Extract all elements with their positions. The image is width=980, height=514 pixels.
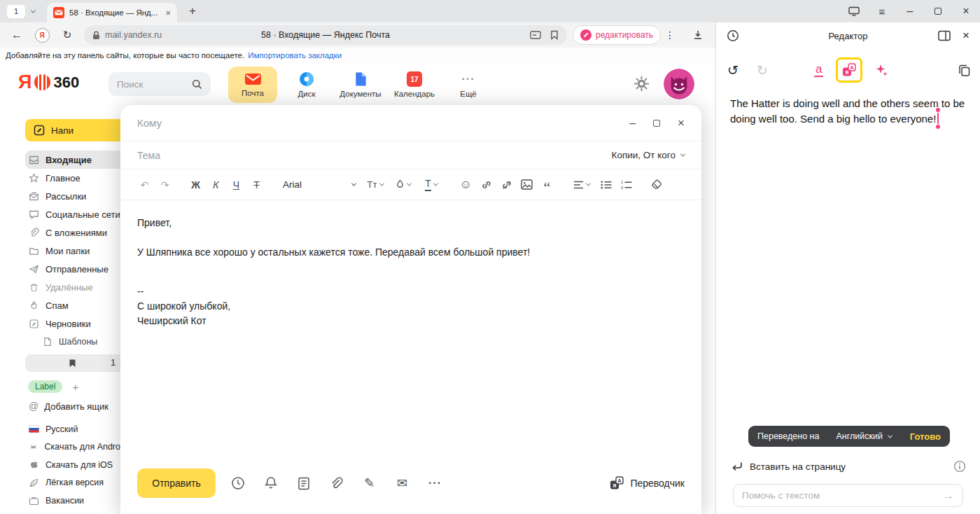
subject-field[interactable]: Тема Копии, От кого — [120, 141, 701, 169]
bold-button[interactable]: Ж — [186, 174, 206, 195]
insert-on-page-button[interactable]: Вставить на страницу — [732, 458, 966, 475]
reminder-button[interactable] — [254, 476, 287, 490]
sidebar-item-inbox[interactable]: Входящие — [25, 151, 120, 169]
clear-format-button[interactable] — [647, 174, 667, 195]
language-select[interactable]: Английский — [836, 431, 891, 441]
label-tag[interactable]: Label — [28, 380, 62, 393]
undo-button[interactable]: ↶ — [134, 174, 155, 195]
lock-icon[interactable] — [92, 31, 100, 40]
import-bookmarks-link[interactable]: Импортировать закладки — [248, 51, 342, 60]
ios-download-link[interactable]: Скачать для iOS — [25, 456, 120, 474]
checklist-button[interactable] — [287, 477, 320, 490]
android-download-link[interactable]: Скачать для Andro — [25, 438, 120, 457]
emoji-button[interactable]: ☺ — [456, 174, 476, 195]
user-avatar[interactable] — [664, 69, 694, 99]
spelling-button[interactable]: a — [814, 63, 823, 77]
settings-gear-icon[interactable] — [634, 76, 650, 92]
more-options-button[interactable]: ··· — [419, 477, 451, 489]
send-button[interactable]: Отправить — [137, 468, 216, 498]
editor-extension-button[interactable]: редактировать — [573, 25, 661, 45]
service-calendar[interactable]: 17 Календарь — [390, 67, 439, 103]
browser-menu-icon[interactable]: ≡ — [868, 0, 896, 22]
text-color-button[interactable]: Т — [417, 178, 445, 190]
sidebar-item-my-folders[interactable]: Мои папки — [25, 242, 120, 260]
sidebar-item-sent[interactable]: Отправленные — [25, 260, 120, 278]
signature-button[interactable]: ✎ — [353, 477, 386, 489]
search-input[interactable] — [117, 79, 192, 90]
prompt-input-box[interactable]: → — [733, 484, 963, 507]
sidebar-item-social[interactable]: Социальные сети — [25, 205, 120, 223]
cc-from-toggle[interactable]: Копии, От кого — [612, 150, 685, 160]
done-button[interactable]: Готово — [910, 431, 941, 442]
bookmark-flag-icon[interactable] — [550, 30, 559, 40]
panel-redo-button[interactable]: ↻ — [757, 62, 768, 78]
back-button[interactable]: ← — [6, 22, 28, 48]
schedule-send-button[interactable] — [221, 476, 254, 490]
sidebar-item-templates[interactable]: Шаблоны — [25, 333, 120, 351]
info-icon[interactable] — [953, 460, 966, 473]
submit-arrow-icon[interactable]: → — [943, 489, 954, 502]
sidebar-item-mailings[interactable]: Рассылки — [25, 187, 120, 205]
service-more[interactable]: ··· Ещё — [444, 67, 493, 103]
panel-close-icon[interactable]: × — [962, 29, 969, 43]
add-mailbox-button[interactable]: @ Добавить ящик — [25, 401, 120, 412]
align-button[interactable] — [568, 181, 596, 189]
search-box[interactable] — [108, 72, 211, 96]
panel-undo-button[interactable]: ↺ — [727, 62, 738, 78]
devices-icon[interactable] — [840, 0, 868, 22]
new-tab-button[interactable]: + — [186, 4, 200, 18]
browser-tab[interactable]: 58 · Входящие — Янд... × — [47, 3, 177, 22]
service-docs[interactable]: Документы — [336, 67, 385, 103]
jobs-link[interactable]: Вакансии — [25, 492, 120, 510]
yandex-search-button[interactable]: Я — [31, 22, 53, 48]
copy-to-self-button[interactable]: ✉ — [386, 477, 419, 489]
compose-minimize-icon[interactable]: – — [629, 117, 636, 130]
tabs-chevron-down-icon[interactable] — [31, 8, 36, 13]
font-size-select[interactable]: Тт — [361, 179, 389, 190]
window-close-button[interactable]: × — [952, 0, 980, 22]
sidebar-item-attachments[interactable]: С вложениями — [25, 223, 120, 242]
improve-text-button[interactable] — [874, 63, 888, 77]
attach-file-button[interactable] — [320, 477, 353, 490]
unlink-button[interactable] — [496, 174, 517, 195]
bullet-list-button[interactable] — [596, 174, 616, 195]
translate-button-selected[interactable]: я A — [836, 57, 862, 83]
font-family-select[interactable]: Arial — [283, 179, 356, 190]
insert-image-button[interactable] — [517, 174, 537, 195]
numbered-list-button[interactable]: 12 — [616, 174, 636, 195]
search-icon[interactable] — [192, 79, 202, 90]
sidebar-item-trash[interactable]: Удалённые — [25, 278, 120, 296]
add-label-button[interactable]: + — [72, 381, 78, 393]
translated-text[interactable]: The Hatter is doing well and the others … — [730, 96, 975, 127]
service-disk[interactable]: Диск — [282, 67, 331, 103]
compose-close-icon[interactable]: × — [678, 116, 685, 130]
italic-button[interactable]: К — [206, 174, 226, 195]
sidebar-item-spam[interactable]: Спам — [25, 296, 120, 314]
compose-button[interactable]: Напи — [25, 119, 120, 141]
window-minimize-button[interactable]: – — [896, 0, 924, 22]
sidebar-item-drafts[interactable]: Черновики — [25, 314, 120, 333]
highlight-color-button[interactable] — [389, 179, 417, 190]
quote-button[interactable]: “ — [537, 174, 557, 195]
redo-button[interactable]: ↷ — [155, 174, 175, 195]
underline-button[interactable]: Ч — [226, 174, 246, 195]
service-mail[interactable]: Почта — [228, 67, 277, 103]
tab-counter-button[interactable]: 1 — [7, 5, 25, 18]
tab-close-icon[interactable]: × — [165, 8, 171, 18]
lite-version-link[interactable]: Лёгкая версия — [25, 474, 120, 492]
to-field[interactable]: Кому – × — [120, 105, 701, 141]
pinned-row[interactable]: 1 — [25, 354, 120, 372]
prompt-input[interactable] — [742, 490, 943, 501]
address-bar[interactable]: mail.yandex.ru 58 · Входящие — Яндекс По… — [84, 25, 567, 45]
window-maximize-button[interactable] — [924, 0, 952, 22]
language-link[interactable]: Русский — [25, 420, 120, 438]
link-button[interactable] — [476, 174, 496, 195]
yandex360-logo[interactable]: Я 360 — [18, 73, 79, 92]
open-in-window-icon[interactable] — [938, 30, 951, 41]
translator-button[interactable]: я A Переводчик — [610, 476, 685, 490]
copy-button[interactable] — [958, 64, 970, 76]
message-body[interactable]: Привет, У Шляпника все хорошо у остальны… — [120, 200, 701, 344]
downloads-icon[interactable] — [686, 22, 710, 48]
compose-restore-icon[interactable] — [653, 120, 660, 127]
sidebar-item-main[interactable]: Главное — [25, 169, 120, 187]
